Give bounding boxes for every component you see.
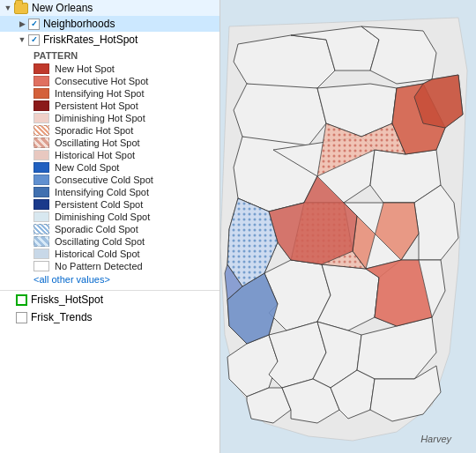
- legend-persist-hot: Persistent Hot Spot: [33, 100, 219, 112]
- legend-persist-cold: Persistent Cold Spot: [33, 198, 219, 211]
- legend-label-oscillating-cold: Oscillating Cold Spot: [55, 236, 145, 247]
- legend-consec-cold: Consecutive Cold Spot: [33, 174, 219, 186]
- root-label: New Orleans: [32, 2, 93, 14]
- legend-label-consec-hot: Consecutive Hot Spot: [55, 76, 148, 86]
- bottom-layers: Frisks_HotSpot Frisk_Trends: [0, 290, 219, 326]
- checkbox-frisk-trends[interactable]: [16, 312, 27, 323]
- legend-dim-cold: Diminishing Cold Spot: [33, 211, 219, 223]
- legend-new-hot: New Hot Spot: [33, 63, 219, 75]
- legend-label-intensify-cold: Intensifying Cold Spot: [55, 187, 149, 197]
- layer-friskrates[interactable]: ▼ FriskRates_HotSpot: [0, 32, 219, 48]
- legend-label-sporadic-cold: Sporadic Cold Spot: [55, 224, 138, 234]
- swatch-intensify-hot: [33, 88, 49, 99]
- folder-icon-root: [14, 3, 28, 14]
- legend-historical-hot: Historical Hot Spot: [33, 149, 219, 161]
- legend-consec-hot: Consecutive Hot Spot: [33, 75, 219, 87]
- swatch-new-hot: [33, 63, 49, 74]
- legend-label-persist-hot: Persistent Hot Spot: [55, 100, 138, 111]
- legend-label-intensify-hot: Intensifying Hot Spot: [55, 88, 145, 99]
- checkbox-neighborhoods[interactable]: [28, 19, 40, 30]
- swatch-consec-cold: [33, 175, 49, 185]
- legend-label-persist-cold: Persistent Cold Spot: [55, 199, 143, 210]
- legend-intensify-cold: Intensifying Cold Spot: [33, 186, 219, 198]
- swatch-sporadic-hot: [33, 125, 49, 136]
- legend-historical-cold: Historical Cold Spot: [33, 248, 219, 260]
- layer-panel: ▼ New Orleans ▶ Neighborhoods ▼ FriskRat…: [0, 0, 220, 453]
- swatch-oscillating-hot: [33, 137, 49, 148]
- swatch-dim-hot: [33, 113, 49, 123]
- legend-label-no-pattern: No Pattern Detected: [55, 261, 143, 271]
- swatch-no-pattern: [33, 261, 49, 271]
- green-border-icon-frisks: [16, 294, 27, 306]
- frisks-hotspot-label: Frisks_HotSpot: [31, 293, 103, 306]
- pattern-header: PATTERN: [33, 48, 219, 63]
- layer-frisk-trends[interactable]: Frisk_Trends: [0, 308, 219, 326]
- legend-label-historical-cold: Historical Cold Spot: [55, 249, 140, 259]
- legend-label-sporadic-hot: Sporadic Hot Spot: [55, 125, 133, 136]
- expand-arrow-neighborhoods[interactable]: ▶: [16, 19, 28, 28]
- legend-oscillating-hot: Oscillating Hot Spot: [33, 137, 219, 149]
- legend-label-dim-hot: Diminishing Hot Spot: [55, 113, 145, 123]
- map-panel[interactable]: Harvey: [220, 0, 476, 453]
- swatch-new-cold: [33, 162, 49, 173]
- root-folder[interactable]: ▼ New Orleans: [0, 0, 219, 16]
- legend-no-pattern: No Pattern Detected: [33, 260, 219, 272]
- legend-sporadic-cold: Sporadic Cold Spot: [33, 223, 219, 235]
- pattern-section: PATTERN New Hot SpotConsecutive Hot Spot…: [0, 48, 219, 286]
- legend-label-dim-cold: Diminishing Cold Spot: [55, 212, 150, 222]
- neighborhoods-label: Neighborhoods: [43, 18, 115, 30]
- swatch-historical-cold: [33, 249, 49, 259]
- legend-label-oscillating-hot: Oscillating Hot Spot: [55, 137, 140, 148]
- layer-frisks-hotspot[interactable]: Frisks_HotSpot: [0, 291, 219, 308]
- swatch-intensify-cold: [33, 187, 49, 197]
- frisk-trends-label: Frisk_Trends: [31, 311, 93, 323]
- map-svg: [220, 0, 476, 453]
- friskrates-label: FriskRates_HotSpot: [43, 33, 138, 46]
- legend-label-consec-cold: Consecutive Cold Spot: [55, 175, 153, 185]
- layer-neighborhoods[interactable]: ▶ Neighborhoods: [0, 16, 219, 32]
- legend-label-new-cold: New Cold Spot: [55, 162, 119, 173]
- legend-label-historical-hot: Historical Hot Spot: [55, 150, 135, 160]
- all-other-values[interactable]: <all other values>: [33, 272, 219, 286]
- legend-sporadic-hot: Sporadic Hot Spot: [33, 124, 219, 137]
- legend-new-cold: New Cold Spot: [33, 161, 219, 174]
- legend-oscillating-cold: Oscillating Cold Spot: [33, 235, 219, 248]
- harvey-label: Harvey: [420, 434, 451, 444]
- swatch-sporadic-cold: [33, 224, 49, 234]
- swatch-oscillating-cold: [33, 236, 49, 247]
- checkbox-friskrates[interactable]: [28, 34, 40, 46]
- swatch-persist-cold: [33, 199, 49, 210]
- legend-intensify-hot: Intensifying Hot Spot: [33, 87, 219, 100]
- expand-arrow-friskrates[interactable]: ▼: [16, 35, 28, 44]
- swatch-consec-hot: [33, 76, 49, 86]
- swatch-historical-hot: [33, 150, 49, 160]
- swatch-persist-hot: [33, 100, 49, 111]
- legend-dim-hot: Diminishing Hot Spot: [33, 112, 219, 124]
- expand-arrow-root[interactable]: ▼: [2, 4, 14, 12]
- legend-list: New Hot SpotConsecutive Hot SpotIntensif…: [33, 63, 219, 272]
- legend-label-new-hot: New Hot Spot: [55, 63, 115, 74]
- swatch-dim-cold: [33, 212, 49, 222]
